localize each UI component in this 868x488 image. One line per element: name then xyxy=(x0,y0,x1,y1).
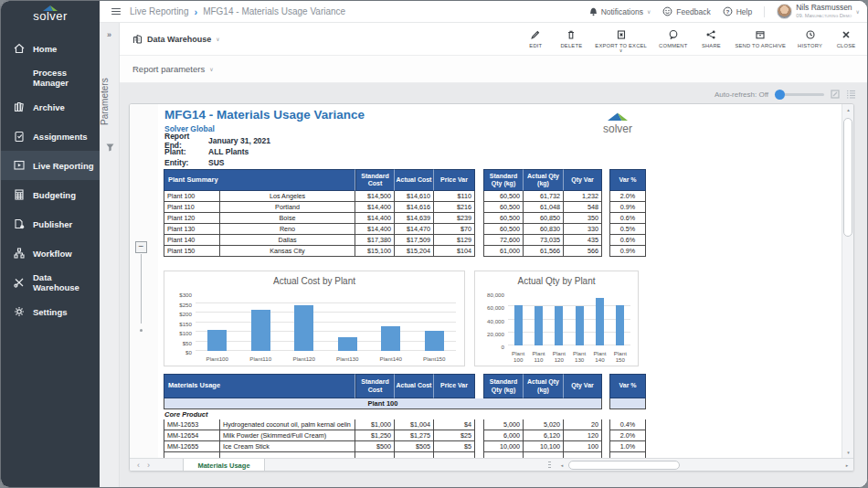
filter-funnel-icon xyxy=(106,143,114,152)
next-sheet-icon[interactable]: › xyxy=(147,461,150,470)
meta-value: ALL Plants xyxy=(208,147,249,156)
hamburger-menu-icon[interactable] xyxy=(111,8,121,16)
y-tick-label: $250 xyxy=(179,302,192,308)
chart-title: Actual Cost by Plant xyxy=(164,276,464,286)
parameters-panel-collapsed[interactable]: » Parameters xyxy=(100,23,120,487)
collapse-group-button[interactable]: − xyxy=(135,241,147,253)
cell-price-var: $4 xyxy=(434,419,475,430)
scroll-right-icon[interactable]: ▸ xyxy=(842,459,852,471)
horizontal-scroll-thumb[interactable] xyxy=(568,461,680,470)
tab-splitter-handle[interactable] xyxy=(548,461,551,470)
comment-icon xyxy=(668,29,679,40)
y-tick-label: 60,000 xyxy=(487,305,504,311)
sidebar-item-budgeting[interactable]: Budgeting xyxy=(1,180,100,209)
cell-var-pct: 0.9% xyxy=(609,246,646,257)
edit-button[interactable]: EDIT xyxy=(524,29,547,48)
delete-button[interactable]: DELETE xyxy=(559,29,583,48)
notifications-button[interactable]: Notifications ∨ xyxy=(589,6,651,16)
horizontal-scrollbar[interactable]: ◂ ▸ xyxy=(557,459,852,471)
report-logo: solver xyxy=(589,111,646,135)
send-to-archive-button[interactable]: SEND TO ARCHIVE xyxy=(735,29,786,48)
scroll-left-icon[interactable]: ◂ xyxy=(557,459,566,471)
breadcrumb-section[interactable]: Live Reporting xyxy=(130,6,188,16)
bar-slot xyxy=(413,293,457,351)
archive-icon xyxy=(12,101,26,113)
section-header: Core Product xyxy=(164,409,646,419)
data-source-selector[interactable]: Data Warehouse ∨ xyxy=(132,34,220,44)
chevron-down-icon: ∨ xyxy=(856,8,860,15)
x-tick-label: Plant140 xyxy=(369,355,413,362)
meta-row: Report End: January 31, 2021 xyxy=(164,135,270,146)
cell-actual-qty: 10,100 xyxy=(524,441,564,452)
cell-price-var: $25 xyxy=(434,430,475,441)
cell-city: Reno xyxy=(220,224,355,235)
sidebar-item-data-warehouse[interactable]: Data Warehouse xyxy=(1,268,100,297)
blank-icon xyxy=(12,71,26,84)
spacer xyxy=(475,213,483,224)
vertical-scrollbar[interactable]: ▴ ▾ xyxy=(842,104,853,458)
sidebar-item-live-reporting[interactable]: Live Reporting xyxy=(1,151,100,180)
scroll-down-icon[interactable]: ▾ xyxy=(842,447,854,458)
spacer xyxy=(602,235,609,246)
refresh-log-icon[interactable] xyxy=(846,90,856,99)
sidebar-item-label: Publisher xyxy=(33,219,72,229)
cell-standard-cost: $1,000 xyxy=(355,419,395,430)
sidebar-item-process-manager[interactable]: Process Manager xyxy=(1,63,100,92)
report-parameters-toggle[interactable]: Report parameters ∨ xyxy=(132,64,214,74)
slider-knob[interactable] xyxy=(775,90,785,100)
cell-qty-var: 1,232 xyxy=(564,191,602,202)
feedback-button[interactable]: Feedback xyxy=(662,6,710,16)
sidebar-item-archive[interactable]: Archive xyxy=(1,92,100,122)
cell-standard-cost: $14,500 xyxy=(355,191,395,202)
sidebar-item-assignments[interactable]: Assignments xyxy=(1,122,100,151)
user-menu[interactable]: Nils Rasmussen 09. Manufacturing Demo ∨ xyxy=(777,4,860,19)
cell-standard-qty: 6,000 xyxy=(483,430,524,441)
top-bar: Live Reporting › MFG14 - Materials Usage… xyxy=(100,1,867,23)
sidebar-item-publisher[interactable]: Publisher xyxy=(1,209,100,239)
user-context: 09. Manufacturing Demo xyxy=(796,14,852,19)
report-logo-icon xyxy=(606,111,630,122)
cell-standard-cost: $14,400 xyxy=(355,202,395,213)
cell-plant: Plant 110 xyxy=(164,202,220,213)
scroll-up-icon[interactable]: ▴ xyxy=(842,104,854,115)
x-tick-label: Plant 120 xyxy=(549,350,569,363)
table-row: Plant 120 Boise $14,400 $14,639 $239 60,… xyxy=(164,213,646,224)
export-to-excel-button[interactable]: EXPORT TO EXCEL ∨ xyxy=(595,29,647,52)
auto-refresh-slider[interactable] xyxy=(775,93,824,96)
vertical-scroll-thumb[interactable] xyxy=(843,118,852,237)
prev-sheet-icon[interactable]: ‹ xyxy=(137,461,140,470)
help-button[interactable]: ? Help xyxy=(723,6,752,16)
workflow-icon xyxy=(12,247,26,260)
parameters-panel-label: Parameters xyxy=(100,65,120,138)
share-button[interactable]: SHARE xyxy=(699,29,723,48)
column-header: Price Var xyxy=(434,374,475,398)
history-button[interactable]: HISTORY xyxy=(798,29,822,48)
breadcrumb-title: MFG14 - Materials Usage Variance xyxy=(203,6,345,16)
spacer xyxy=(475,430,483,441)
cell-material-code: MM-12655 xyxy=(164,441,220,452)
archive-box-icon xyxy=(755,29,766,40)
report-toolbar: Data Warehouse ∨ EDIT DELETE EXPORT TO E… xyxy=(120,23,867,56)
divider xyxy=(764,6,765,17)
comment-button[interactable]: COMMENT xyxy=(659,29,687,48)
column-header: Var % xyxy=(609,169,646,191)
sidebar-item-label: Data Warehouse xyxy=(33,272,100,292)
expand-chevron-icon[interactable]: » xyxy=(100,30,119,39)
cell-actual-cost: $14,610 xyxy=(395,191,434,202)
meta-row: Plant: ALL Plants xyxy=(164,146,270,157)
close-button[interactable]: CLOSE xyxy=(834,29,858,48)
x-tick-label: Plant 110 xyxy=(528,350,548,363)
bar-slot xyxy=(589,293,609,345)
table-title-cell: Plant Summary xyxy=(164,169,355,191)
help-label: Help xyxy=(736,7,752,16)
refresh-settings-icon[interactable] xyxy=(831,90,840,99)
sidebar-item-settings[interactable]: Settings xyxy=(1,297,100,326)
sidebar-item-home[interactable]: Home xyxy=(1,34,100,63)
topbar-right: Notifications ∨ Feedback ? Help Nils Ras… xyxy=(589,4,867,19)
cell-city: Dallas xyxy=(220,235,355,246)
cell-var-pct: 0.4% xyxy=(609,419,646,430)
sidebar-item-workflow[interactable]: Workflow xyxy=(1,239,100,268)
y-tick-label: 20,000 xyxy=(487,332,504,337)
sheet-tab-materials-usage[interactable]: Materials Usage xyxy=(183,459,265,472)
spacer xyxy=(475,419,483,430)
